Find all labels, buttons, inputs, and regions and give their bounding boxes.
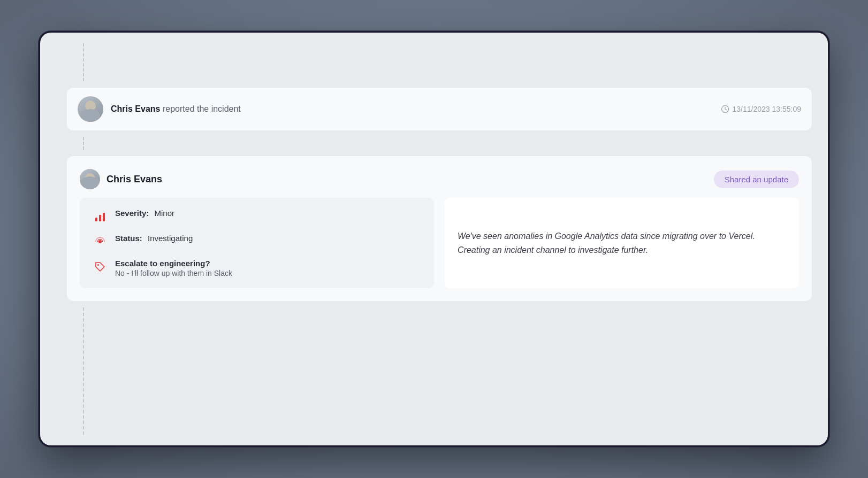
escalate-value: No - I'll follow up with them in Slack: [115, 269, 232, 277]
update-card: Chris Evans Shared an update: [67, 156, 812, 301]
note-text: We've seen anomalies in Google Analytics…: [458, 229, 786, 257]
status-text: Status: Investigating: [115, 234, 193, 243]
escalate-icon: [93, 259, 108, 274]
bottom-spacer: [67, 307, 812, 435]
author-name: Chris Evans: [111, 104, 160, 113]
device-frame: Chris Evans reported the incident 13/11/…: [38, 30, 830, 448]
svg-rect-1: [95, 218, 97, 221]
incident-header-card: Chris Evans reported the incident 13/11/…: [67, 88, 812, 130]
status-icon: [93, 234, 108, 249]
action-text: reported the incident: [163, 104, 241, 113]
severity-value: Minor: [155, 209, 175, 218]
svg-point-4: [98, 240, 102, 243]
severity-icon: [93, 209, 108, 224]
severity-label: Severity: Minor: [115, 209, 174, 218]
update-content: Severity: Minor: [80, 198, 799, 288]
svg-rect-2: [99, 215, 101, 221]
escalate-row: Escalate to engineering? No - I'll follo…: [93, 259, 421, 277]
svg-rect-3: [103, 213, 105, 221]
severity-row: Severity: Minor: [93, 209, 421, 224]
details-panel: Severity: Minor: [80, 198, 434, 288]
timestamp-text: 13/11/2023 13:55:09: [733, 105, 801, 113]
tag-icon: [94, 260, 106, 273]
escalate-text: Escalate to engineering? No - I'll follo…: [115, 259, 232, 277]
status-row: Status: Investigating: [93, 234, 421, 249]
header-text: Chris Evans reported the incident: [111, 104, 241, 114]
bar-chart-icon: [94, 210, 106, 223]
svg-point-5: [97, 264, 99, 266]
note-panel: We've seen anomalies in Google Analytics…: [445, 198, 799, 288]
app-content: Chris Evans reported the incident 13/11/…: [40, 33, 828, 445]
signal-icon: [94, 235, 106, 248]
shared-badge: Shared an update: [714, 171, 799, 188]
top-spacer: [67, 43, 812, 81]
timestamp: 13/11/2023 13:55:09: [721, 105, 801, 113]
update-author: Chris Evans: [80, 169, 162, 189]
status-value: Investigating: [148, 234, 193, 243]
escalate-label: Escalate to engineering?: [115, 259, 232, 268]
header-left: Chris Evans reported the incident: [78, 96, 241, 122]
status-label: Status: Investigating: [115, 234, 193, 243]
update-header: Chris Evans Shared an update: [80, 169, 799, 189]
mid-spacer: [67, 137, 812, 150]
update-avatar: [80, 169, 100, 189]
avatar: [78, 96, 103, 122]
clock-icon: [721, 105, 729, 113]
update-author-name: Chris Evans: [106, 174, 162, 185]
severity-text: Severity: Minor: [115, 209, 174, 218]
